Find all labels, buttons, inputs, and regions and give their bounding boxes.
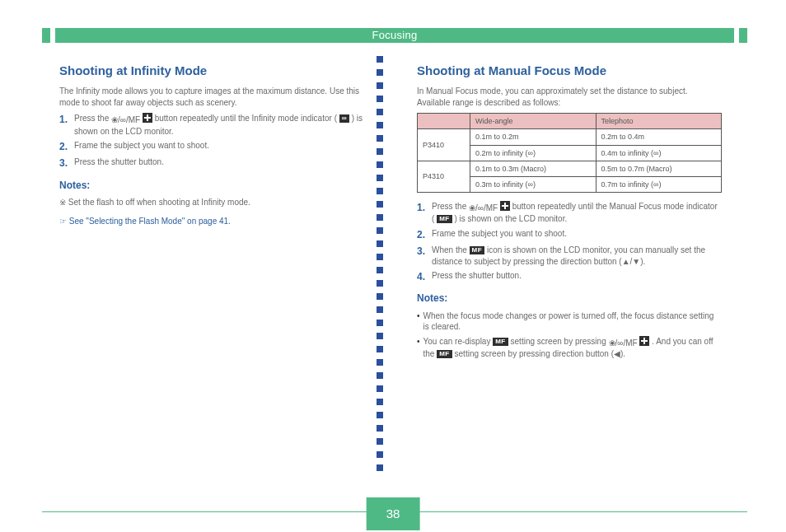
- step-body: Frame the subject you want to shoot.: [74, 140, 364, 153]
- step-number: 4.: [417, 270, 432, 283]
- heading-manual-focus: Shooting at Manual Focus Mode: [417, 63, 722, 79]
- cell: 0.2m to 0.4m: [596, 129, 722, 145]
- mf-note-2: You can re-display MF setting screen by …: [417, 336, 722, 360]
- mf-icon: MF: [437, 215, 452, 223]
- manual-focus-intro: In Manual Focus mode, you can approximat…: [417, 86, 722, 108]
- mf-icon: MF: [470, 246, 485, 254]
- table-row: P3410 0.1m to 0.2m 0.2m to 0.4m: [418, 129, 722, 145]
- table-header-row: Wide-angle Telephoto: [418, 114, 722, 129]
- fourway-icon: [639, 336, 649, 346]
- note-text: When the focus mode changes or power is …: [423, 310, 722, 333]
- cell: 0.1m to 0.3m (Macro): [470, 161, 597, 176]
- banner-cap-right: [739, 28, 747, 43]
- step-number: 3.: [59, 156, 74, 170]
- step-body: Press the ❀/∞/MF button repeatedly until…: [432, 201, 722, 225]
- table-header-tele: Telephoto: [596, 114, 722, 129]
- infinity-intro: The Infinity mode allows you to capture …: [59, 86, 364, 108]
- mf-icon: MF: [493, 338, 508, 346]
- mf-step-4: 4. Press the shutter button.: [417, 270, 722, 283]
- row-label: P4310: [418, 161, 470, 192]
- note-text-mid: setting screen by pressing: [511, 337, 609, 346]
- step-text-mid: button repeatedly until the Infinity mod…: [155, 114, 337, 123]
- infinity-step-2: 2. Frame the subject you want to shoot.: [59, 140, 364, 153]
- infinity-icon: ∞: [339, 114, 349, 123]
- left-column: Shooting at Infinity Mode The Infinity m…: [59, 63, 364, 227]
- page-banner: Focusing: [42, 28, 747, 43]
- row-label: P3410: [418, 129, 470, 161]
- page-number-tab: 38: [367, 497, 420, 530]
- step-body: Press the shutter button.: [432, 270, 722, 283]
- note-text-last: setting screen by pressing direction but…: [455, 349, 626, 358]
- column-divider: [377, 56, 383, 476]
- see-also-flash: See "Selecting the Flash Mode" on page 4…: [59, 216, 364, 227]
- step-text-pre: Press the: [432, 202, 469, 211]
- mf-note-1: When the focus mode changes or power is …: [417, 310, 722, 333]
- mf-step-1: 1. Press the ❀/∞/MF button repeatedly un…: [417, 201, 722, 225]
- step-number: 1.: [417, 201, 432, 225]
- notes-heading: Notes:: [417, 292, 722, 305]
- fourway-icon: [143, 113, 152, 123]
- step-text-pre: When the: [432, 245, 470, 254]
- infinity-step-3: 3. Press the shutter button.: [59, 156, 364, 170]
- step-number: 3.: [417, 245, 432, 267]
- cell: 0.3m to infinity (∞): [470, 176, 597, 192]
- fourway-icon: [500, 201, 510, 211]
- step-number: 1.: [59, 113, 74, 137]
- note-text: You can re-display MF setting screen by …: [423, 336, 722, 360]
- cell: 0.2m to infinity (∞): [470, 145, 597, 161]
- focus-range-table: Wide-angle Telephoto P3410 0.1m to 0.2m …: [417, 113, 722, 193]
- step-text-end: ) is shown on the LCD monitor.: [454, 214, 567, 223]
- step-number: 2.: [417, 228, 432, 241]
- banner-title: Focusing: [55, 28, 734, 43]
- cell: 0.5m to 0.7m (Macro): [596, 161, 722, 176]
- mf-step-3: 3. When the MF icon is shown on the LCD …: [417, 245, 722, 267]
- cell: 0.1m to 0.2m: [470, 129, 597, 145]
- table-header-blank: [418, 114, 470, 129]
- step-body: Press the ❀/∞/MF button repeatedly until…: [74, 113, 364, 137]
- macro-infinity-mf-button-label: ❀/∞/MF: [111, 114, 140, 126]
- infinity-step-1: 1. Press the ❀/∞/MF button repeatedly un…: [59, 113, 364, 137]
- step-number: 2.: [59, 140, 74, 153]
- table-header-wide: Wide-angle: [470, 114, 597, 129]
- table-row: P4310 0.1m to 0.3m (Macro) 0.5m to 0.7m …: [418, 161, 722, 176]
- right-column: Shooting at Manual Focus Mode In Manual …: [417, 63, 722, 363]
- banner-cap-left: [42, 28, 50, 43]
- infinity-note: Set the flash to off when shooting at In…: [59, 197, 364, 208]
- step-text-pre: Press the: [74, 114, 111, 123]
- macro-infinity-mf-button-label: ❀/∞/MF: [469, 203, 498, 214]
- cell: 0.4m to infinity (∞): [596, 145, 722, 161]
- heading-infinity-mode: Shooting at Infinity Mode: [59, 63, 364, 79]
- mf-icon: MF: [437, 350, 452, 358]
- notes-heading: Notes:: [59, 179, 364, 192]
- step-body: Frame the subject you want to shoot.: [432, 228, 722, 241]
- step-body: When the MF icon is shown on the LCD mon…: [432, 245, 722, 267]
- note-text-pre: You can re-display: [423, 337, 494, 346]
- cell: 0.7m to infinity (∞): [596, 176, 722, 192]
- mf-step-2: 2. Frame the subject you want to shoot.: [417, 228, 722, 241]
- step-body: Press the shutter button.: [74, 156, 364, 170]
- macro-infinity-mf-button-label: ❀/∞/MF: [609, 338, 638, 349]
